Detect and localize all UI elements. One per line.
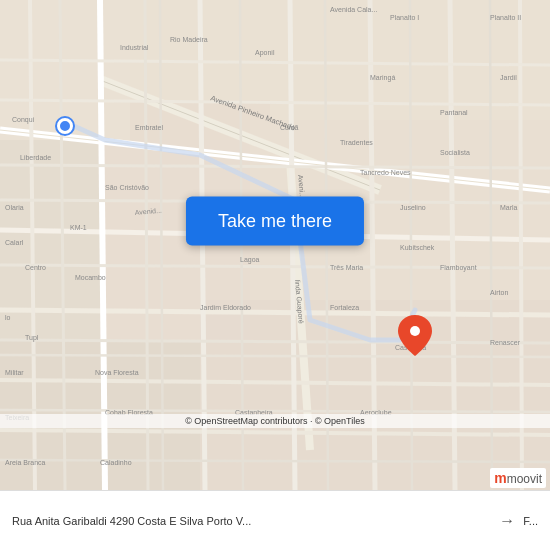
svg-text:KM-1: KM-1 [70, 224, 87, 231]
svg-text:São Cristóvão: São Cristóvão [105, 184, 149, 191]
route-from-label: Rua Anita Garibaldi 4290 Costa E Silva P… [12, 515, 491, 527]
svg-text:Nova Floresta: Nova Floresta [95, 369, 139, 376]
svg-text:Caladinho: Caladinho [100, 459, 132, 466]
svg-text:Lagoa: Lagoa [240, 256, 260, 264]
svg-text:Fortaleza: Fortaleza [330, 304, 359, 311]
svg-text:Planalto II: Planalto II [490, 14, 521, 21]
svg-text:Tancredo Neves: Tancredo Neves [360, 169, 411, 176]
svg-text:Militar: Militar [5, 369, 24, 376]
svg-text:Industrial: Industrial [120, 44, 149, 51]
svg-text:Airton: Airton [490, 289, 508, 296]
svg-text:Planalto I: Planalto I [390, 14, 419, 21]
svg-text:Três Maria: Três Maria [330, 264, 363, 271]
svg-text:Jardil: Jardil [500, 74, 517, 81]
svg-text:lo: lo [5, 314, 11, 321]
svg-text:Embratel: Embratel [135, 124, 163, 131]
route-arrow-icon: → [499, 512, 515, 530]
bottom-bar: Rua Anita Garibaldi 4290 Costa E Silva P… [0, 490, 550, 550]
moovit-logo: mmoovit [490, 468, 546, 488]
svg-text:Centro: Centro [25, 264, 46, 271]
svg-text:Aponil: Aponil [255, 49, 275, 57]
svg-text:Olaria: Olaria [5, 204, 24, 211]
take-me-there-button[interactable]: Take me there [186, 196, 364, 245]
svg-text:Tiradentes: Tiradentes [340, 139, 373, 146]
svg-text:Mocambo: Mocambo [75, 274, 106, 281]
svg-point-89 [410, 326, 420, 336]
svg-text:Juselino: Juselino [400, 204, 426, 211]
svg-text:Socialista: Socialista [440, 149, 470, 156]
svg-text:Tupl: Tupl [25, 334, 39, 342]
svg-text:Maringá: Maringá [370, 74, 395, 82]
svg-text:Avenida Cala...: Avenida Cala... [330, 6, 377, 13]
svg-text:Areia Branca: Areia Branca [5, 459, 46, 466]
svg-text:Renascer: Renascer [490, 339, 521, 346]
svg-text:Calarl: Calarl [5, 239, 24, 246]
svg-text:Kubitschek: Kubitschek [400, 244, 435, 251]
origin-dot [57, 118, 73, 134]
svg-text:Flamboyant: Flamboyant [440, 264, 477, 272]
map-container: Planalto II Planalto I Avenida Cala... I… [0, 0, 550, 490]
svg-text:Conqui: Conqui [12, 116, 35, 124]
route-to-label: F... [523, 515, 538, 527]
map-attribution: © OpenStreetMap contributors · © OpenTil… [0, 414, 550, 428]
svg-text:Jardim Eldorado: Jardim Eldorado [200, 304, 251, 311]
svg-text:Rio Madeira: Rio Madeira [170, 36, 208, 43]
svg-text:Pantanal: Pantanal [440, 109, 468, 116]
svg-text:Marla: Marla [500, 204, 518, 211]
svg-text:Liberdade: Liberdade [20, 154, 51, 161]
